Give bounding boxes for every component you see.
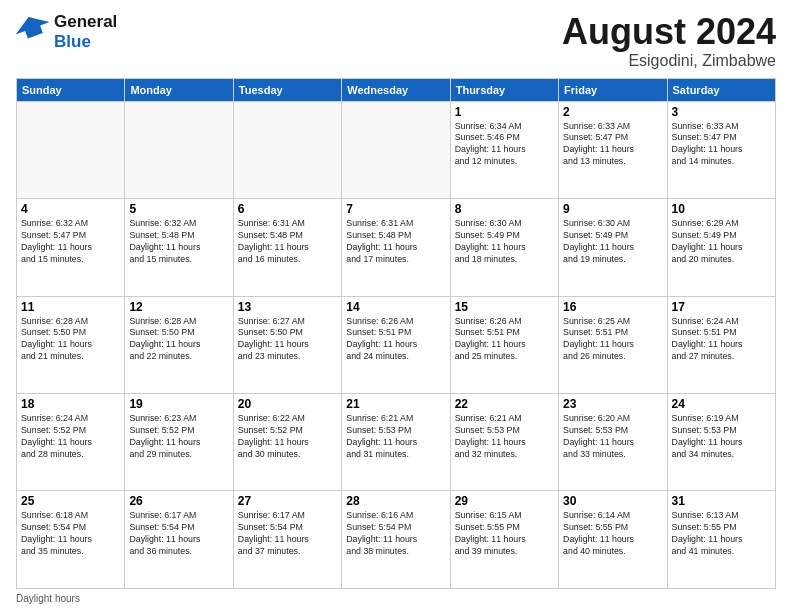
logo-bird-icon — [16, 12, 52, 52]
calendar-cell: 7Sunrise: 6:31 AM Sunset: 5:48 PM Daylig… — [342, 199, 450, 296]
title-block: August 2024 Esigodini, Zimbabwe — [562, 12, 776, 70]
calendar-cell: 13Sunrise: 6:27 AM Sunset: 5:50 PM Dayli… — [233, 296, 341, 393]
cell-info: Sunrise: 6:13 AM Sunset: 5:55 PM Dayligh… — [672, 510, 771, 558]
calendar-cell — [233, 101, 341, 198]
cell-info: Sunrise: 6:33 AM Sunset: 5:47 PM Dayligh… — [672, 121, 771, 169]
calendar-cell — [125, 101, 233, 198]
cell-info: Sunrise: 6:30 AM Sunset: 5:49 PM Dayligh… — [455, 218, 554, 266]
calendar-cell: 10Sunrise: 6:29 AM Sunset: 5:49 PM Dayli… — [667, 199, 775, 296]
cell-day-number: 11 — [21, 300, 120, 314]
cell-info: Sunrise: 6:15 AM Sunset: 5:55 PM Dayligh… — [455, 510, 554, 558]
cell-day-number: 16 — [563, 300, 662, 314]
cell-info: Sunrise: 6:33 AM Sunset: 5:47 PM Dayligh… — [563, 121, 662, 169]
cell-info: Sunrise: 6:31 AM Sunset: 5:48 PM Dayligh… — [238, 218, 337, 266]
cell-day-number: 24 — [672, 397, 771, 411]
cell-info: Sunrise: 6:22 AM Sunset: 5:52 PM Dayligh… — [238, 413, 337, 461]
cell-info: Sunrise: 6:30 AM Sunset: 5:49 PM Dayligh… — [563, 218, 662, 266]
calendar-cell: 17Sunrise: 6:24 AM Sunset: 5:51 PM Dayli… — [667, 296, 775, 393]
calendar-cell: 22Sunrise: 6:21 AM Sunset: 5:53 PM Dayli… — [450, 394, 558, 491]
cell-info: Sunrise: 6:32 AM Sunset: 5:48 PM Dayligh… — [129, 218, 228, 266]
calendar-cell: 28Sunrise: 6:16 AM Sunset: 5:54 PM Dayli… — [342, 491, 450, 589]
cell-info: Sunrise: 6:14 AM Sunset: 5:55 PM Dayligh… — [563, 510, 662, 558]
logo: GeneralBlue — [16, 12, 117, 52]
cell-day-number: 30 — [563, 494, 662, 508]
calendar-cell: 12Sunrise: 6:28 AM Sunset: 5:50 PM Dayli… — [125, 296, 233, 393]
calendar-cell: 9Sunrise: 6:30 AM Sunset: 5:49 PM Daylig… — [559, 199, 667, 296]
day-header-thursday: Thursday — [450, 78, 558, 101]
svg-marker-0 — [16, 12, 52, 42]
calendar-body: 1Sunrise: 6:34 AM Sunset: 5:46 PM Daylig… — [17, 101, 776, 588]
calendar-cell: 14Sunrise: 6:26 AM Sunset: 5:51 PM Dayli… — [342, 296, 450, 393]
day-header-sunday: Sunday — [17, 78, 125, 101]
cell-day-number: 6 — [238, 202, 337, 216]
cell-day-number: 31 — [672, 494, 771, 508]
calendar-cell: 1Sunrise: 6:34 AM Sunset: 5:46 PM Daylig… — [450, 101, 558, 198]
cell-day-number: 17 — [672, 300, 771, 314]
cell-day-number: 25 — [21, 494, 120, 508]
calendar-cell: 18Sunrise: 6:24 AM Sunset: 5:52 PM Dayli… — [17, 394, 125, 491]
day-header-wednesday: Wednesday — [342, 78, 450, 101]
calendar-cell: 29Sunrise: 6:15 AM Sunset: 5:55 PM Dayli… — [450, 491, 558, 589]
day-header-tuesday: Tuesday — [233, 78, 341, 101]
calendar-cell: 8Sunrise: 6:30 AM Sunset: 5:49 PM Daylig… — [450, 199, 558, 296]
cell-day-number: 26 — [129, 494, 228, 508]
cell-day-number: 14 — [346, 300, 445, 314]
cell-info: Sunrise: 6:27 AM Sunset: 5:50 PM Dayligh… — [238, 316, 337, 364]
cell-day-number: 28 — [346, 494, 445, 508]
cell-day-number: 27 — [238, 494, 337, 508]
calendar-cell: 4Sunrise: 6:32 AM Sunset: 5:47 PM Daylig… — [17, 199, 125, 296]
calendar-cell: 25Sunrise: 6:18 AM Sunset: 5:54 PM Dayli… — [17, 491, 125, 589]
cell-info: Sunrise: 6:21 AM Sunset: 5:53 PM Dayligh… — [346, 413, 445, 461]
cell-info: Sunrise: 6:26 AM Sunset: 5:51 PM Dayligh… — [346, 316, 445, 364]
header: GeneralBlue August 2024 Esigodini, Zimba… — [16, 12, 776, 70]
week-row-2: 4Sunrise: 6:32 AM Sunset: 5:47 PM Daylig… — [17, 199, 776, 296]
day-header-friday: Friday — [559, 78, 667, 101]
calendar-cell: 23Sunrise: 6:20 AM Sunset: 5:53 PM Dayli… — [559, 394, 667, 491]
footer-note: Daylight hours — [16, 593, 776, 604]
calendar-table: SundayMondayTuesdayWednesdayThursdayFrid… — [16, 78, 776, 589]
cell-day-number: 19 — [129, 397, 228, 411]
cell-day-number: 3 — [672, 105, 771, 119]
week-row-5: 25Sunrise: 6:18 AM Sunset: 5:54 PM Dayli… — [17, 491, 776, 589]
day-headers-row: SundayMondayTuesdayWednesdayThursdayFrid… — [17, 78, 776, 101]
cell-info: Sunrise: 6:29 AM Sunset: 5:49 PM Dayligh… — [672, 218, 771, 266]
cell-day-number: 8 — [455, 202, 554, 216]
logo-general-text: General — [54, 12, 117, 32]
cell-day-number: 7 — [346, 202, 445, 216]
calendar-cell: 30Sunrise: 6:14 AM Sunset: 5:55 PM Dayli… — [559, 491, 667, 589]
calendar-cell: 2Sunrise: 6:33 AM Sunset: 5:47 PM Daylig… — [559, 101, 667, 198]
calendar-cell: 3Sunrise: 6:33 AM Sunset: 5:47 PM Daylig… — [667, 101, 775, 198]
cell-info: Sunrise: 6:31 AM Sunset: 5:48 PM Dayligh… — [346, 218, 445, 266]
cell-day-number: 21 — [346, 397, 445, 411]
calendar-cell: 27Sunrise: 6:17 AM Sunset: 5:54 PM Dayli… — [233, 491, 341, 589]
cell-day-number: 13 — [238, 300, 337, 314]
cell-day-number: 15 — [455, 300, 554, 314]
cell-info: Sunrise: 6:34 AM Sunset: 5:46 PM Dayligh… — [455, 121, 554, 169]
cell-day-number: 20 — [238, 397, 337, 411]
logo-blue-text: Blue — [54, 32, 117, 52]
cell-info: Sunrise: 6:28 AM Sunset: 5:50 PM Dayligh… — [21, 316, 120, 364]
calendar-cell: 21Sunrise: 6:21 AM Sunset: 5:53 PM Dayli… — [342, 394, 450, 491]
cell-day-number: 1 — [455, 105, 554, 119]
cell-info: Sunrise: 6:24 AM Sunset: 5:51 PM Dayligh… — [672, 316, 771, 364]
cell-day-number: 23 — [563, 397, 662, 411]
day-header-saturday: Saturday — [667, 78, 775, 101]
cell-info: Sunrise: 6:18 AM Sunset: 5:54 PM Dayligh… — [21, 510, 120, 558]
cell-day-number: 9 — [563, 202, 662, 216]
calendar-cell: 5Sunrise: 6:32 AM Sunset: 5:48 PM Daylig… — [125, 199, 233, 296]
cell-day-number: 12 — [129, 300, 228, 314]
day-header-monday: Monday — [125, 78, 233, 101]
cell-day-number: 29 — [455, 494, 554, 508]
cell-info: Sunrise: 6:17 AM Sunset: 5:54 PM Dayligh… — [129, 510, 228, 558]
main-title: August 2024 — [562, 12, 776, 52]
calendar-cell: 26Sunrise: 6:17 AM Sunset: 5:54 PM Dayli… — [125, 491, 233, 589]
calendar-cell — [342, 101, 450, 198]
cell-day-number: 2 — [563, 105, 662, 119]
cell-day-number: 4 — [21, 202, 120, 216]
week-row-1: 1Sunrise: 6:34 AM Sunset: 5:46 PM Daylig… — [17, 101, 776, 198]
page: GeneralBlue August 2024 Esigodini, Zimba… — [0, 0, 792, 612]
cell-day-number: 10 — [672, 202, 771, 216]
cell-info: Sunrise: 6:17 AM Sunset: 5:54 PM Dayligh… — [238, 510, 337, 558]
cell-info: Sunrise: 6:25 AM Sunset: 5:51 PM Dayligh… — [563, 316, 662, 364]
calendar-cell: 31Sunrise: 6:13 AM Sunset: 5:55 PM Dayli… — [667, 491, 775, 589]
